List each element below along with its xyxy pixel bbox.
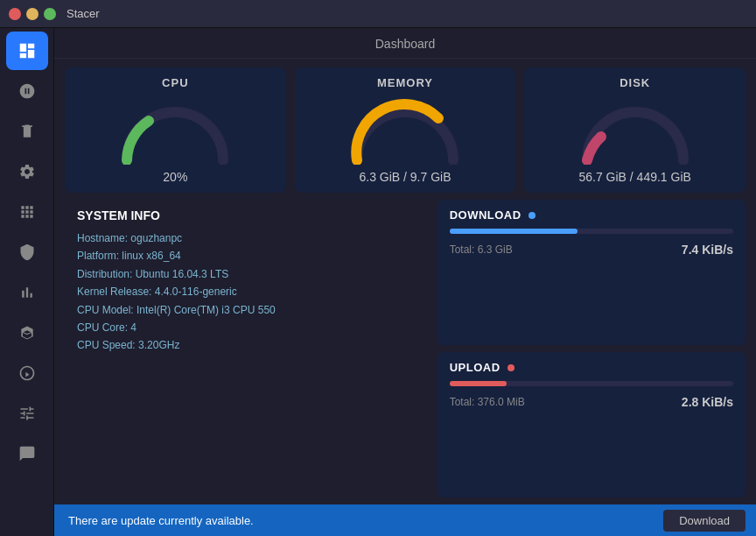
sysinfo-cpu-model: CPU Model: Intel(R) Core(TM) i3 CPU 550 xyxy=(77,301,416,319)
dashboard-icon xyxy=(18,41,37,60)
package-icon xyxy=(18,324,36,342)
download-progress-fill xyxy=(450,229,578,234)
system-info-title: SYSTEM INFO xyxy=(77,208,416,222)
sidebar-item-dashboard[interactable] xyxy=(6,32,48,70)
sidebar-item-tweaks[interactable] xyxy=(6,394,48,433)
memory-gauge-label: MEMORY xyxy=(377,76,433,89)
close-button[interactable] xyxy=(9,8,21,20)
upload-total: Total: 376.0 MiB xyxy=(450,396,525,408)
upload-card: UPLOAD Total: 376.0 MiB 2.8 KiB/s xyxy=(438,352,746,497)
sidebar-item-resources[interactable] xyxy=(6,273,48,312)
sidebar xyxy=(0,28,54,536)
memory-gauge-container xyxy=(344,95,466,165)
network-section: DOWNLOAD Total: 6.3 GiB 7.4 KiB/s UPLOAD xyxy=(438,200,746,497)
download-dot xyxy=(528,212,536,219)
clean-icon xyxy=(18,123,36,140)
status-message: There are update currently available. xyxy=(68,514,254,527)
upload-stats: Total: 376.0 MiB 2.8 KiB/s xyxy=(450,395,733,409)
upload-progress-fill xyxy=(450,381,507,386)
bottom-section: SYSTEM INFO Hostname: oguzhanpc Platform… xyxy=(54,200,756,504)
sidebar-item-security[interactable] xyxy=(6,233,48,272)
main-content: Dashboard CPU 20% MEMORY xyxy=(54,28,756,536)
cpu-gauge-card: CPU 20% xyxy=(65,67,286,193)
upload-progress-bg xyxy=(450,381,733,386)
gauge-row: CPU 20% MEMORY xyxy=(54,59,756,200)
disk-gauge-container xyxy=(574,95,696,165)
download-card-title: DOWNLOAD xyxy=(450,208,733,222)
tweaks-icon xyxy=(18,405,36,422)
download-progress-bg xyxy=(450,229,733,234)
sidebar-item-cleaner[interactable] xyxy=(6,112,48,151)
titlebar: Stacer xyxy=(0,0,756,28)
sysinfo-kernel: Kernel Release: 4.4.0-116-generic xyxy=(77,283,416,300)
download-speed: 7.4 KiB/s xyxy=(682,243,733,257)
sysinfo-distro: Distribution: Ubuntu 16.04.3 LTS xyxy=(77,265,416,283)
app-body: Dashboard CPU 20% MEMORY xyxy=(0,28,756,536)
gnome-icon xyxy=(18,364,36,382)
dashboard-title: Dashboard xyxy=(375,37,436,51)
cpu-gauge-container xyxy=(114,95,236,165)
sidebar-item-terminal[interactable] xyxy=(6,434,48,473)
sidebar-item-startup[interactable] xyxy=(6,72,48,110)
maximize-button[interactable] xyxy=(44,8,56,20)
upload-dot xyxy=(508,364,514,371)
chart-icon xyxy=(18,284,36,301)
settings-icon xyxy=(18,163,36,180)
system-info-panel: SYSTEM INFO Hostname: oguzhanpc Platform… xyxy=(65,200,429,497)
sysinfo-hostname: Hostname: oguzhanpc xyxy=(77,229,416,247)
terminal-icon xyxy=(18,445,36,462)
sysinfo-cpu-core: CPU Core: 4 xyxy=(77,319,416,336)
security-icon xyxy=(18,243,36,261)
status-bar: There are update currently available. Do… xyxy=(54,504,756,536)
download-button[interactable]: Download xyxy=(663,510,746,532)
download-card: DOWNLOAD Total: 6.3 GiB 7.4 KiB/s xyxy=(438,200,746,345)
sidebar-item-apps[interactable] xyxy=(6,193,48,231)
titlebar-buttons xyxy=(9,8,56,20)
disk-gauge-svg xyxy=(574,95,696,165)
memory-gauge-card: MEMORY 6.3 GiB / 9.7 GiB xyxy=(295,67,516,193)
minimize-button[interactable] xyxy=(26,8,38,20)
disk-gauge-label: DISK xyxy=(620,76,650,89)
app-title: Stacer xyxy=(66,7,100,20)
disk-gauge-card: DISK 56.7 GiB / 449.1 GiB xyxy=(524,67,746,193)
sidebar-item-gnome[interactable] xyxy=(6,354,48,392)
sysinfo-platform: Platform: linux x86_64 xyxy=(77,247,416,264)
download-stats: Total: 6.3 GiB 7.4 KiB/s xyxy=(450,243,733,257)
rocket-icon xyxy=(18,82,36,100)
download-total: Total: 6.3 GiB xyxy=(450,243,513,256)
cpu-gauge-value: 20% xyxy=(163,170,187,184)
sidebar-item-packages[interactable] xyxy=(6,314,48,352)
dashboard-header: Dashboard xyxy=(54,28,756,59)
memory-gauge-value: 6.3 GiB / 9.7 GiB xyxy=(359,170,451,184)
cpu-gauge-label: CPU xyxy=(162,76,188,89)
upload-card-title: UPLOAD xyxy=(450,361,733,374)
disk-gauge-value: 56.7 GiB / 449.1 GiB xyxy=(578,170,690,184)
apps-icon xyxy=(18,203,36,221)
sidebar-item-settings[interactable] xyxy=(6,152,48,191)
cpu-gauge-svg xyxy=(114,95,236,165)
upload-speed: 2.8 KiB/s xyxy=(682,395,733,409)
memory-gauge-svg xyxy=(344,95,466,165)
sysinfo-cpu-speed: CPU Speed: 3.20GHz xyxy=(77,336,416,354)
